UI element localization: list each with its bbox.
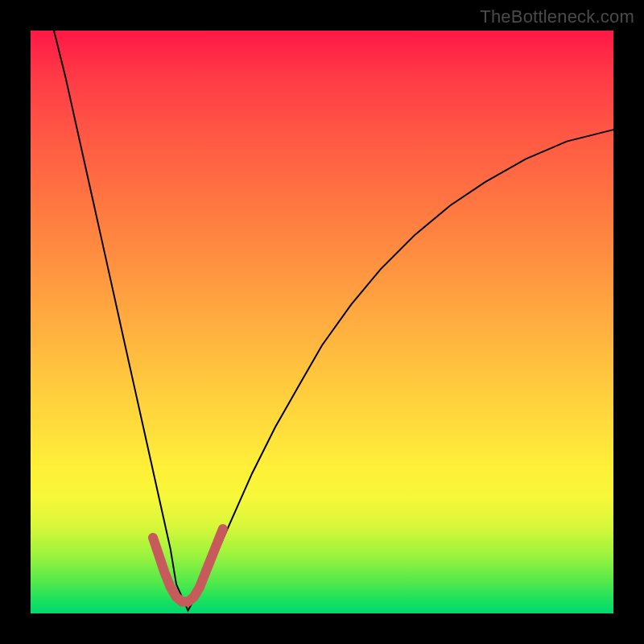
optimal-range-highlight	[153, 529, 223, 602]
plot-area	[31, 31, 613, 613]
bottleneck-curve	[54, 31, 613, 610]
chart-frame: TheBottleneck.com	[0, 0, 644, 644]
curve-svg	[31, 31, 613, 613]
watermark: TheBottleneck.com	[480, 6, 634, 27]
